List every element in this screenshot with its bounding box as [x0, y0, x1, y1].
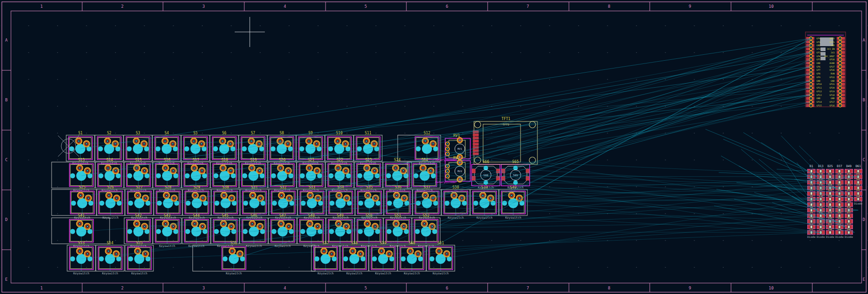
ref-label: D4: [810, 184, 813, 186]
mcu-pin-label: GP15: [816, 105, 822, 107]
ref-label: S13: [78, 158, 85, 162]
mcu-pin-label: GP28: [829, 58, 835, 61]
footprint-mcu-module[interactable]: GP0VBUSGP1VSYSGNDGNDGP23V3_ENGP33V3GP4AD…: [805, 32, 846, 107]
fab-label: Keyswitch: [274, 244, 290, 248]
ref-label: D59: [847, 223, 851, 225]
mcu-pin-label: GP27: [829, 66, 835, 68]
ref-label: S49: [337, 214, 344, 218]
ref-label: S26: [107, 185, 114, 189]
sheet-column-label: 1: [40, 4, 42, 9]
sheet-column-label: 6: [446, 286, 448, 290]
ref-label: D53: [847, 189, 851, 191]
ref-label: S4: [164, 131, 169, 135]
ref-label: S43: [164, 214, 171, 218]
ref-label: D45: [837, 211, 841, 214]
sheet-column-label: 1: [40, 286, 42, 290]
ref-label: D58: [847, 217, 851, 219]
ref-label: D55: [847, 200, 851, 203]
ref-label: S2: [107, 131, 111, 135]
sheet-column-label: 5: [364, 286, 367, 290]
ref-label: S44: [193, 214, 200, 218]
sheet-row-label: B: [5, 98, 7, 102]
value-label: Diode: [816, 235, 825, 238]
fab-label: Keyswitch: [73, 272, 89, 275]
sheet-row-label: E: [5, 277, 7, 282]
fab-label: Keyswitch: [404, 272, 420, 275]
ref-label: S33: [309, 185, 316, 189]
ref-label: S12: [424, 131, 431, 135]
ref-label: S57: [322, 241, 329, 245]
ref-label: S8: [279, 131, 284, 135]
value-label: Diode: [807, 235, 815, 238]
sheet-column-label: 2: [121, 4, 123, 9]
mcu-pin-label: GP21: [829, 83, 835, 85]
ref-label: D51: [847, 178, 851, 180]
ref-label: S52: [423, 214, 430, 218]
ref-label: S7: [251, 131, 255, 135]
sheet-column-label: 9: [689, 286, 691, 290]
sheet-row-label: B: [863, 98, 865, 102]
sheet-column-label: 7: [526, 4, 529, 9]
sheet-column-label: 8: [608, 4, 610, 9]
mcu-pin-label: GND: [831, 97, 835, 100]
sheet-column-label: 7: [526, 286, 529, 290]
footprint-S54[interactable]: S54Keyswitch: [96, 241, 124, 275]
ref-label: S3: [136, 131, 140, 135]
ref-label: S29: [194, 185, 200, 189]
ref-label: S1: [78, 131, 83, 135]
sheet-column-label: 6: [446, 4, 448, 9]
mcu-pin-label: GP6: [816, 66, 821, 68]
ref-label: S25: [79, 185, 86, 189]
ref-label: S30: [222, 185, 229, 189]
ref-label: S17: [193, 158, 200, 162]
sheet-row-label: C: [863, 158, 865, 162]
mcu-pin-label: GP13: [816, 94, 822, 96]
mcu-pin-label: GP1: [816, 41, 821, 43]
mcu-pin-label: 3V3: [831, 52, 835, 54]
ref-label: S45: [222, 214, 229, 218]
board-svg[interactable]: 1122334455667788991010AABBCCDDEES1Keyswi…: [0, 0, 868, 294]
ref-label: D29: [828, 189, 832, 191]
fab-label: Keyswitch: [346, 272, 362, 275]
ref-label: D24: [819, 228, 822, 231]
diode-column-header: D49: [846, 164, 852, 168]
ref-label: D20: [819, 206, 822, 208]
ref-label: D34: [828, 217, 832, 219]
diode-column-header: D37: [837, 164, 842, 168]
fab-label: Keyswitch: [246, 244, 262, 248]
ref-label: S53: [78, 241, 85, 245]
ref-label: S58: [351, 241, 358, 245]
sheet-column-label: 2: [121, 286, 123, 290]
ref-label: S35: [366, 185, 373, 189]
ref-label: D36: [828, 228, 832, 231]
sheet-column-label: 10: [769, 4, 774, 9]
ref-label: S42: [135, 214, 142, 218]
mcu-pin-label: GND: [816, 62, 821, 64]
value-label: Diode: [835, 235, 843, 238]
ref-label: D18: [819, 195, 822, 197]
view-markers: [58, 17, 265, 157]
mcu-pin-label: GP22: [829, 76, 835, 79]
ref-label: TFT1: [501, 117, 510, 121]
fab-label: Keyswitch: [226, 272, 242, 275]
diode-column-header: D1: [810, 164, 813, 168]
mcu-pin-label: GP9: [816, 76, 821, 79]
value-label: Diode: [854, 202, 862, 205]
sheet-column-label: 10: [769, 286, 774, 290]
sheet-row-label: D: [863, 217, 865, 222]
ref-label: D62: [856, 173, 860, 175]
ref-label: D31: [828, 200, 832, 203]
value-label: Diode: [845, 235, 853, 238]
ref-label: D57: [847, 211, 851, 214]
mcu-pin-label: GP12: [816, 90, 822, 93]
ref-label: D12: [810, 228, 813, 231]
sheet-row-label: A: [863, 38, 865, 42]
mcu-pin-label: VBUS: [829, 37, 835, 40]
ref-label: S18: [221, 158, 228, 162]
mcu-pin-label: GP18: [829, 94, 835, 96]
ref-label: D63: [856, 178, 860, 180]
ref-label: D66: [856, 195, 860, 197]
diode-column-header: D61: [856, 164, 861, 168]
sheet-row-label: E: [863, 277, 865, 282]
pcb-editor-canvas[interactable]: 1122334455667788991010AABBCCDDEES1Keyswi…: [0, 0, 868, 294]
